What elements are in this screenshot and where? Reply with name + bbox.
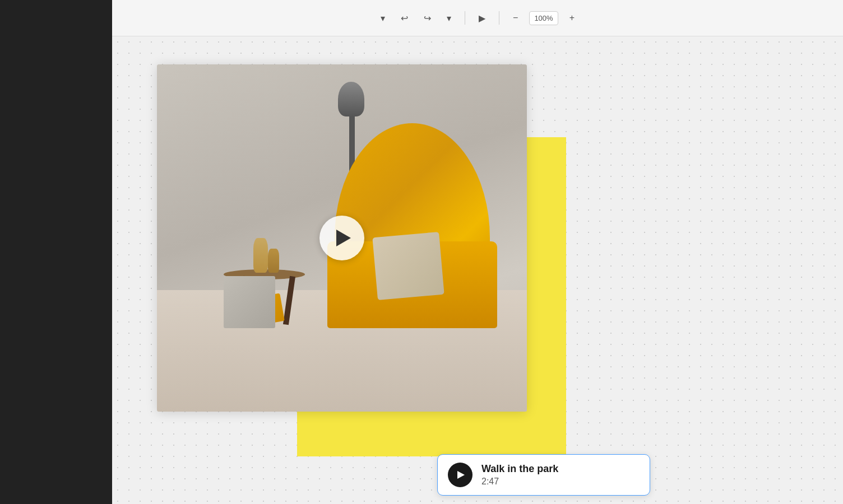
chair-pillow <box>373 232 444 300</box>
track-1-info: Walk in the park 2:47 <box>481 463 558 487</box>
track-card-1: Walk in the park 2:47 <box>437 454 650 496</box>
track-1-play-icon <box>457 471 465 479</box>
video-thumbnail <box>157 64 527 412</box>
vase-1 <box>253 238 268 273</box>
blanket <box>224 276 275 328</box>
plus-icon: + <box>569 13 575 23</box>
video-play-circle[interactable] <box>319 216 364 260</box>
play-button[interactable]: ▶ <box>474 10 490 27</box>
vase-2 <box>268 249 279 273</box>
main-canvas: ▾ ↩ ↪ ▾ ▶ − 100% + <box>0 0 843 504</box>
dropdown-button-1[interactable]: ▾ <box>376 10 390 27</box>
minus-icon: − <box>513 13 518 23</box>
redo-button[interactable]: ↪ <box>419 10 436 27</box>
left-sidebar <box>0 0 112 504</box>
zoom-level-display: 100% <box>529 11 558 25</box>
redo-icon: ↪ <box>424 13 431 24</box>
zoom-out-button[interactable]: − <box>508 10 522 26</box>
lamp-head <box>338 82 364 116</box>
canvas-container: Walk in the park 2:47 Invitation to drea… <box>157 64 549 468</box>
chevron-down-icon-2: ▾ <box>447 13 451 24</box>
toolbar: ▾ ↩ ↪ ▾ ▶ − 100% + <box>112 0 843 36</box>
zoom-in-button[interactable]: + <box>565 10 579 26</box>
slide-card <box>157 64 527 412</box>
dropdown-button-2[interactable]: ▾ <box>442 10 456 27</box>
chevron-down-icon: ▾ <box>381 13 385 24</box>
undo-button[interactable]: ↩ <box>396 10 413 27</box>
track-1-title: Walk in the park <box>481 463 558 475</box>
track-1-play-button[interactable] <box>448 463 473 487</box>
play-icon: ▶ <box>479 13 485 24</box>
video-play-triangle-icon <box>336 230 351 246</box>
video-play-overlay[interactable] <box>319 216 364 260</box>
content-area: Walk in the park 2:47 Invitation to drea… <box>112 36 843 504</box>
toolbar-divider-1 <box>465 11 465 25</box>
track-1-duration: 2:47 <box>481 477 558 487</box>
toolbar-divider-2 <box>499 11 499 25</box>
undo-icon: ↩ <box>401 13 408 24</box>
